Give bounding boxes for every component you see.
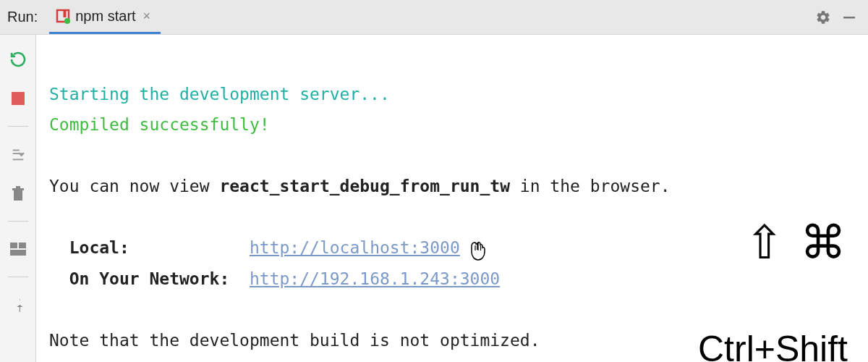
network-url-link[interactable]: http://192.168.1.243:3000 (250, 269, 500, 288)
run-label: Run: (0, 9, 49, 25)
shortcut-symbols: ⇧ ⌘ (698, 219, 848, 266)
stop-button[interactable] (7, 87, 30, 110)
svg-rect-9 (14, 190, 22, 201)
svg-rect-10 (16, 186, 20, 188)
run-tab-label: npm start (75, 8, 135, 25)
npm-icon (55, 8, 71, 24)
minimize-icon[interactable] (836, 10, 862, 25)
console-line: Note that the development build is not o… (49, 331, 540, 350)
divider (8, 221, 28, 222)
svg-rect-3 (843, 17, 855, 19)
rerun-button[interactable] (7, 48, 30, 71)
svg-rect-13 (10, 250, 26, 256)
run-tab[interactable]: npm start × (49, 0, 161, 34)
delete-button[interactable] (7, 182, 30, 205)
svg-rect-8 (12, 188, 24, 190)
layout-button[interactable] (7, 237, 30, 261)
local-url-link[interactable]: http://localhost:3000 (250, 238, 460, 257)
console-line: Starting the development server... (49, 85, 390, 104)
svg-rect-4 (12, 92, 25, 105)
network-label: On Your Network: (69, 269, 230, 288)
settings-icon[interactable] (810, 9, 836, 25)
divider (8, 126, 28, 127)
run-panel-header: Run: npm start × (0, 0, 868, 35)
local-label: Local: (69, 238, 129, 257)
scroll-to-end-button[interactable] (7, 143, 30, 166)
run-toolbar (0, 35, 36, 362)
app-name: react_start_debug_from_run_tw (219, 177, 510, 195)
svg-rect-11 (10, 243, 17, 248)
svg-rect-1 (64, 10, 67, 17)
close-tab-icon[interactable]: × (140, 9, 151, 24)
console-line: Compiled successfully! (49, 115, 270, 134)
shortcut-text: Ctrl+Shift (698, 327, 848, 362)
console-line: You can now view react_start_debug_from_… (49, 177, 671, 195)
console-output: Starting the development server... Compi… (36, 35, 868, 362)
pin-button[interactable] (7, 293, 30, 316)
svg-rect-12 (19, 243, 26, 248)
keyboard-shortcut-overlay: ⇧ ⌘ Ctrl+Shift (698, 158, 848, 362)
divider (8, 277, 28, 277)
svg-point-2 (64, 18, 70, 24)
